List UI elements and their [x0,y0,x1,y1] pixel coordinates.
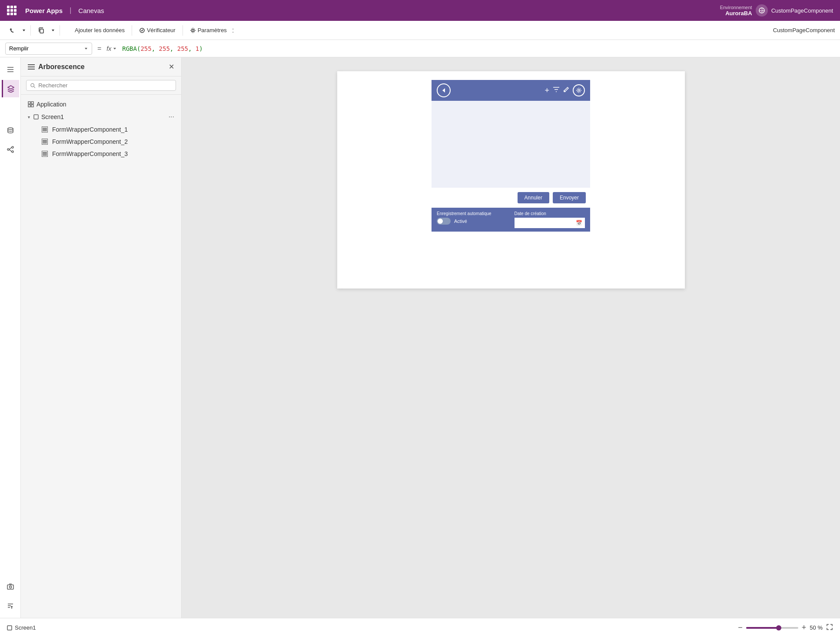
layers-icon[interactable] [2,80,19,97]
zoom-slider[interactable] [746,627,798,629]
search-input[interactable] [38,82,172,89]
property-select[interactable]: Remplir [5,43,92,55]
toolbar-sep-4 [183,25,183,36]
formula-eq: = [97,45,101,53]
zoom-minus-button[interactable]: − [738,623,743,632]
copy-dropdown[interactable] [50,27,56,34]
zoom-plus-button[interactable]: + [802,623,807,632]
svg-point-9 [12,146,13,148]
topbar: Power Apps | Canevas Environnement Auror… [0,0,840,21]
auto-save-toggle[interactable] [437,218,451,225]
preview-wrapper: + [337,71,685,240]
expand-screen1[interactable]: ▾ [28,115,30,119]
zoom-value: 50 % [810,624,823,631]
preview-cancel-button[interactable]: Annuler [518,192,549,203]
env-label: Environnement [720,5,752,10]
auto-save-label: Enregistrement automatique [437,211,508,216]
svg-point-16 [31,83,34,87]
toolbar-sep-3 [132,25,132,36]
menu-icon[interactable] [2,61,19,78]
fullscreen-button[interactable] [826,624,833,632]
screen1-label: Screen1 [41,113,64,120]
component-icon-2 [42,139,48,145]
media-icon[interactable] [2,578,19,595]
environment-icon[interactable] [756,4,768,17]
calendar-icon: 📅 [576,220,582,226]
undo-button[interactable] [5,25,19,36]
preview-header-icons: + [545,84,585,96]
preview-add-icon[interactable]: + [545,86,549,95]
tree-item-application[interactable]: Application [21,98,181,110]
verifier-label: Vérificateur [147,27,176,33]
svg-rect-19 [28,105,30,107]
zoom-slider-track [746,627,777,629]
tree-item-form2[interactable]: FormWrapperComponent_2 [21,136,181,148]
svg-rect-20 [31,105,33,107]
svg-rect-21 [34,115,38,119]
params-button[interactable]: Paramètres [186,25,230,35]
hamburger-icon[interactable] [28,64,35,70]
toolbar-sep-2 [60,25,60,36]
preview-send-button[interactable]: Envoyer [553,192,586,203]
svg-point-3 [192,29,194,31]
screen-small-icon [7,625,12,630]
svg-rect-11 [7,585,13,589]
screen-icon [33,114,39,119]
add-data-button[interactable]: Ajouter les données [63,25,128,35]
preview-back-button[interactable] [437,83,451,97]
toolbar: Ajouter les données Vérificateur Paramèt… [0,21,840,40]
formula-rgba: RGBA(255, 255, 255, 1) [122,45,203,52]
topbar-right: Environnement AuroraBA CustomPageCompone… [720,4,833,17]
tree-search [21,76,181,95]
preview-filter-icon[interactable] [553,86,560,94]
bottom-bar: Screen1 − + 50 % [0,618,840,637]
fx-label: fx [106,45,117,52]
preview-buttons: Annuler Envoyer [432,188,590,208]
form2-label: FormWrapperComponent_2 [52,138,128,145]
params-colon: : [232,27,234,34]
date-input[interactable]: 📅 [515,218,585,228]
preview-gear-icon[interactable] [573,84,585,96]
data-icon[interactable] [2,122,19,139]
preview-edit-icon[interactable] [563,86,569,94]
tree-panel: Arborescence ✕ Application ▾ Screen1 ··· [21,57,182,618]
svg-rect-18 [31,102,33,104]
undo-dropdown[interactable] [21,27,27,34]
svg-point-7 [8,128,13,129]
component-icon-1 [42,126,48,133]
bottom-right: − + 50 % [738,623,833,632]
add-icon[interactable] [2,103,19,120]
svg-rect-23 [7,626,12,630]
add-data-label: Ajouter les données [75,27,125,33]
toolbar-sep-1 [30,25,31,36]
search-icon [30,83,36,89]
screen1-more-button[interactable]: ··· [169,113,174,121]
formula-value[interactable]: RGBA(255, 255, 255, 1) [122,45,835,53]
tree-item-form1[interactable]: FormWrapperComponent_1 [21,123,181,136]
svg-point-22 [578,90,580,91]
copy-button[interactable] [34,25,48,36]
topbar-divider: | [70,7,71,14]
main-layout: Arborescence ✕ Application ▾ Screen1 ··· [0,57,840,618]
verifier-button[interactable]: Vérificateur [136,25,179,35]
zoom-slider-thumb[interactable] [776,625,781,630]
apps-icon[interactable] [7,6,17,15]
connect-icon[interactable] [2,141,19,158]
env-name: AuroraBA [720,10,752,17]
svg-point-8 [7,149,9,150]
component-label: CustomPageComponent [771,7,833,14]
canvas-area: + [182,57,840,618]
date-label: Date de création [515,211,585,216]
svg-rect-17 [28,102,30,104]
sidebar-icons [0,57,21,618]
bottom-screen-label: Screen1 [15,624,36,631]
close-panel-button[interactable]: ✕ [169,63,174,71]
tree-item-form3[interactable]: FormWrapperComponent_3 [21,148,181,160]
screen-container: + [337,71,685,289]
app-icon [28,101,34,107]
form1-label: FormWrapperComponent_1 [52,126,128,133]
app-preview: + [432,80,590,232]
svg-point-12 [9,586,11,588]
tree-item-screen1[interactable]: ▾ Screen1 ··· [21,110,181,123]
variables-icon[interactable] [2,597,19,614]
